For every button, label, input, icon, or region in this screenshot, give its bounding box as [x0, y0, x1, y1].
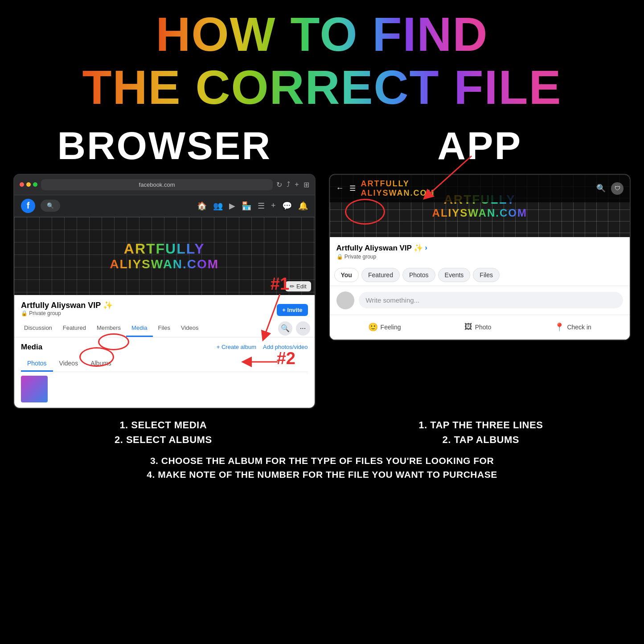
feeling-icon: 🙂 — [368, 322, 378, 332]
maximize-dot[interactable] — [33, 182, 37, 187]
app-arrow-annotation — [400, 152, 489, 205]
main-title: HOW TO FIND THE CORRECT FILE — [0, 0, 644, 119]
write-input[interactable]: Write something... — [359, 292, 623, 308]
media-thumbnail-1 — [21, 376, 48, 402]
reload-icon[interactable]: ↻ — [276, 180, 282, 189]
browser-bar: facebook.com ↻ ⤴ + ⊞ — [14, 175, 315, 195]
marketplace-icon[interactable]: 🏪 — [242, 201, 251, 211]
title-line2: THE CORRECT FILE — [82, 61, 562, 114]
circle-annotation-2 — [79, 347, 114, 367]
app-mockup-wrapper: ARTFULLY ALIYSWAN.COM ← ☰ ARTFULLYALIYSW… — [329, 174, 631, 340]
hamburger-icon[interactable]: ☰ — [349, 184, 356, 193]
browser-column: BROWSER facebook.com ↻ ⤴ + ⊞ — [13, 123, 316, 409]
checkin-action[interactable]: 📍 Check in — [549, 320, 596, 335]
app-instruction-text: 1. TAP THE THREE LINES 2. TAP ALBUMS — [327, 418, 636, 447]
photo-label: Photo — [475, 324, 492, 331]
checkin-label: Check in — [567, 324, 591, 331]
menu-icon[interactable]: ☰ — [258, 201, 265, 211]
nav-videos[interactable]: Videos — [176, 320, 204, 337]
title-line1: HOW TO FIND — [156, 8, 488, 61]
search-icon: 🔍 — [47, 202, 54, 209]
shared-instructions: 3. CHOOSE THE ALBUM FOR THE TYPE OF FILE… — [0, 454, 644, 491]
app-tab-photos[interactable]: Photos — [402, 268, 435, 282]
browser-header: BROWSER — [13, 123, 316, 168]
app-tab-files[interactable]: Files — [473, 268, 500, 282]
cover-artfully-text: ARTFULLY — [110, 241, 219, 257]
watch-icon[interactable]: ▶ — [229, 201, 235, 211]
checkin-icon: 📍 — [554, 322, 564, 332]
back-icon[interactable]: ← — [336, 184, 344, 193]
notifications-icon[interactable]: 🔔 — [298, 201, 308, 211]
photo-action[interactable]: 🖼 Photo — [459, 320, 497, 335]
svg-line-4 — [427, 156, 472, 196]
app-instructions: 1. TAP THE THREE LINES 2. TAP ALBUMS — [327, 418, 636, 447]
svg-line-1 — [264, 294, 280, 336]
photo-icon: 🖼 — [464, 322, 472, 332]
arrow-annotation-1: #1 — [253, 274, 307, 345]
messenger-icon[interactable]: 💬 — [282, 201, 292, 211]
minimize-dot[interactable] — [26, 182, 31, 187]
nav-media[interactable]: Media — [126, 320, 152, 337]
instructions: 1. SELECT MEDIA 2. SELECT ALBUMS 1. TAP … — [0, 409, 644, 454]
app-group-private: 🔒 Private group — [336, 254, 623, 260]
facebook-nav-icons: 🏠 👥 ▶ 🏪 ☰ + 💬 🔔 — [197, 201, 308, 211]
main-columns: BROWSER facebook.com ↻ ⤴ + ⊞ — [0, 123, 644, 409]
feeling-label: Feeling — [381, 324, 401, 331]
browser-mockup-wrapper: facebook.com ↻ ⤴ + ⊞ f 🔍 🏠 — [13, 174, 316, 409]
friends-icon[interactable]: 👥 — [213, 201, 223, 211]
facebook-search[interactable]: 🔍 — [41, 200, 60, 212]
app-tab-you[interactable]: You — [334, 268, 359, 282]
shield-icon[interactable]: 🛡 — [611, 182, 623, 195]
group-chevron[interactable]: › — [425, 243, 427, 252]
nav-featured[interactable]: Featured — [57, 320, 91, 337]
app-sub-text: ALIYSWAN.COM — [432, 207, 527, 219]
url-bar[interactable]: facebook.com — [41, 179, 273, 190]
nav-files[interactable]: Files — [153, 320, 176, 337]
app-column: APP ARTFULLY ALIYSWAN.COM ← ☰ ARTFULLYAL… — [329, 123, 631, 409]
grid-icon[interactable]: ⊞ — [304, 180, 309, 189]
facebook-logo: f — [21, 199, 35, 213]
photos-tab[interactable]: Photos — [21, 356, 53, 372]
browser-instruction-text: 1. SELECT MEDIA 2. SELECT ALBUMS — [9, 418, 318, 447]
media-content — [21, 376, 308, 402]
app-tabs: You Featured Photos Events Files — [330, 264, 630, 286]
svg-text:#1: #1 — [270, 275, 289, 293]
app-tab-featured[interactable]: Featured — [361, 268, 400, 282]
plus-icon[interactable]: + — [271, 201, 276, 211]
cover-text: ARTFULLY ALIYSWAN.COM — [110, 241, 219, 271]
media-title: Media — [21, 343, 42, 352]
post-actions: 🙂 Feeling 🖼 Photo 📍 Check in — [330, 315, 630, 340]
app-circle-annotation — [345, 199, 385, 225]
browser-instructions: 1. SELECT MEDIA 2. SELECT ALBUMS — [9, 418, 318, 447]
app-group-info: Artfully Aliyswan VIP ✨ › 🔒 Private grou… — [330, 237, 630, 264]
app-tab-events[interactable]: Events — [438, 268, 471, 282]
write-section: Write something... — [330, 286, 630, 315]
app-search-icon[interactable]: 🔍 — [596, 184, 606, 193]
browser-window-controls — [20, 182, 37, 187]
user-avatar — [336, 291, 354, 309]
arrow-annotation-2: #2 — [220, 342, 309, 377]
feeling-action[interactable]: 🙂 Feeling — [363, 320, 406, 335]
shared-instruction-text: 3. CHOOSE THE ALBUM FOR THE TYPE OF FILE… — [9, 454, 635, 482]
close-dot[interactable] — [20, 182, 24, 187]
cover-sub-text: ALIYSWAN.COM — [110, 257, 219, 271]
browser-action-icons: ↻ ⤴ + ⊞ — [276, 180, 309, 189]
app-group-name: Artfully Aliyswan VIP ✨ › — [336, 243, 623, 253]
share-icon[interactable]: ⤴ — [287, 180, 290, 189]
nav-discussion[interactable]: Discussion — [19, 320, 57, 337]
facebook-nav: f 🔍 🏠 👥 ▶ 🏪 ☰ + 💬 🔔 — [14, 195, 315, 217]
svg-text:#2: #2 — [276, 349, 295, 368]
home-icon[interactable]: 🏠 — [197, 201, 207, 211]
add-tab-icon[interactable]: + — [295, 180, 299, 189]
